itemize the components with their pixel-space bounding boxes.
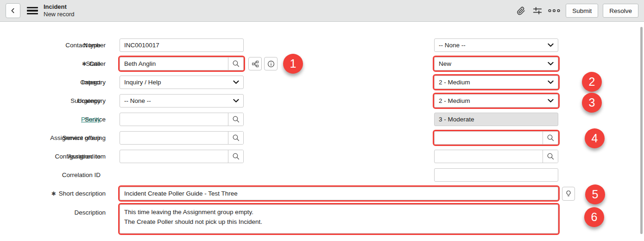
annotation-circle-5: 5 — [585, 184, 605, 204]
configuration-item-lookup-button[interactable] — [228, 150, 243, 163]
assigned-to-field[interactable] — [434, 150, 558, 163]
service-offering-lookup-button[interactable] — [228, 132, 243, 144]
service-offering-field[interactable] — [120, 131, 244, 145]
search-icon — [232, 152, 240, 160]
assignment-group-label: Assignment group — [0, 131, 101, 145]
chevron-down-icon — [233, 99, 239, 103]
impact-select[interactable]: 2 - Medium — [434, 76, 558, 89]
chevron-left-icon — [9, 7, 17, 14]
short-description-label: ✱Short description — [0, 187, 106, 200]
service-field[interactable] — [120, 113, 244, 126]
assigned-to-lookup-button[interactable] — [543, 150, 558, 163]
state-label: State — [0, 57, 101, 70]
assignment-group-field[interactable] — [434, 131, 558, 145]
priority-label: Priority — [0, 113, 101, 126]
number-field[interactable] — [120, 38, 244, 52]
search-icon — [547, 134, 555, 142]
caller-preview-button[interactable] — [248, 57, 262, 70]
search-icon — [232, 60, 240, 68]
search-icon — [232, 134, 240, 142]
correlation-id-field[interactable] — [434, 168, 558, 182]
urgency-label: Urgency — [0, 94, 101, 108]
urgency-select[interactable]: 2 - Medium — [434, 94, 558, 108]
subcategory-select[interactable]: -- None -- — [120, 94, 244, 108]
incident-form-page: Incident New record Submit Resolve Numbe… — [0, 0, 644, 241]
service-input[interactable] — [120, 113, 228, 126]
suggestion-button[interactable] — [562, 187, 575, 201]
state-select[interactable]: New — [434, 57, 558, 70]
priority-link[interactable]: Priority — [81, 116, 101, 123]
caller-lookup-button[interactable] — [228, 57, 243, 70]
page-title: Incident — [44, 3, 74, 11]
incident-form: Number ✱Caller Category Subcategory Serv… — [0, 22, 644, 241]
caller-field[interactable] — [120, 57, 244, 70]
assigned-to-input[interactable] — [435, 150, 543, 163]
assignment-group-lookup-button[interactable] — [543, 132, 558, 144]
caller-info-button[interactable] — [264, 57, 278, 70]
more-options-button[interactable] — [547, 4, 561, 18]
configuration-item-input[interactable] — [120, 150, 228, 163]
assignment-group-input[interactable] — [435, 132, 543, 144]
annotation-circle-6: 6 — [584, 207, 604, 227]
impact-label: Impact — [0, 76, 101, 89]
attachments-button[interactable] — [514, 4, 528, 18]
annotation-circle-3: 3 — [582, 93, 602, 113]
contact-type-label: Contact type — [0, 38, 101, 52]
submit-button[interactable]: Submit — [566, 4, 598, 18]
description-label: Description — [0, 206, 106, 219]
back-button[interactable] — [6, 3, 20, 18]
short-description-field[interactable] — [120, 187, 558, 200]
search-icon — [547, 152, 555, 160]
service-offering-input[interactable] — [120, 132, 228, 144]
header-titles: Incident New record — [44, 3, 74, 18]
contact-type-select[interactable]: -- None -- — [434, 38, 558, 52]
assigned-to-label: Assigned to — [0, 150, 101, 163]
page-subtitle: New record — [44, 11, 74, 18]
sliders-icon — [532, 6, 543, 16]
personalize-form-button[interactable] — [530, 4, 544, 18]
annotation-circle-1: 1 — [283, 54, 303, 74]
annotation-circle-2: 2 — [582, 72, 602, 92]
paperclip-icon — [516, 6, 526, 16]
chevron-down-icon — [548, 62, 554, 66]
search-icon — [232, 115, 240, 123]
info-icon — [267, 60, 275, 68]
chevron-down-icon — [548, 43, 554, 47]
resolve-button[interactable]: Resolve — [603, 4, 638, 18]
annotation-circle-4: 4 — [585, 128, 605, 148]
configuration-item-field[interactable] — [120, 150, 244, 163]
lightbulb-icon — [565, 190, 572, 198]
hierarchy-icon — [252, 60, 259, 68]
menu-icon[interactable] — [27, 7, 38, 14]
chevron-down-icon — [548, 80, 554, 84]
required-icon: ✱ — [51, 191, 56, 197]
chevron-down-icon — [548, 99, 554, 103]
form-header: Incident New record Submit Resolve — [0, 0, 644, 22]
chevron-down-icon — [233, 80, 239, 84]
priority-field-readonly: 3 - Moderate — [434, 113, 558, 126]
three-circles-icon — [548, 8, 560, 13]
category-select[interactable]: Inquiry / Help — [120, 76, 244, 89]
caller-input[interactable] — [120, 57, 228, 70]
vertical-scrollbar[interactable] — [640, 27, 643, 234]
description-field[interactable]: This time leaving the Assignment group e… — [120, 204, 558, 234]
correlation-id-label: Correlation ID — [0, 168, 101, 182]
service-lookup-button[interactable] — [228, 113, 243, 126]
